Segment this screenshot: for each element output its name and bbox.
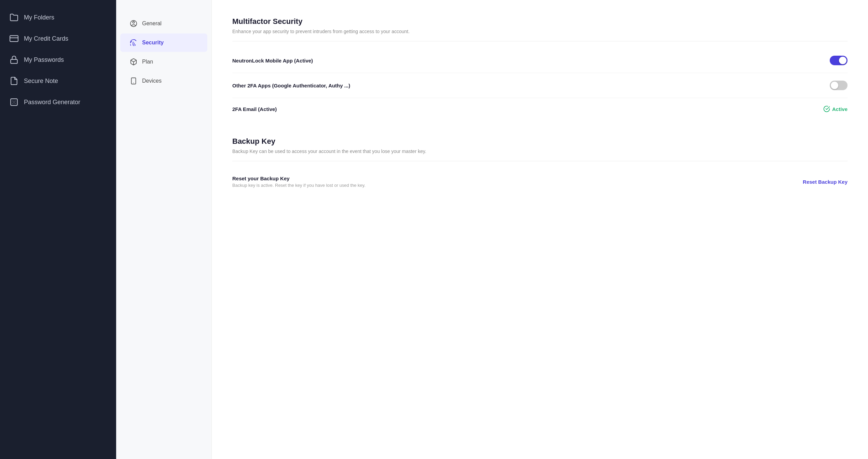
sub-sidebar-item-security-label: Security — [142, 40, 164, 46]
neutronlock-toggle[interactable] — [830, 56, 848, 65]
reset-backup-sublabel: Backup key is active. Reset the key if y… — [232, 183, 803, 188]
backup-key-title: Backup Key — [232, 137, 848, 146]
user-circle-icon — [130, 20, 137, 27]
box-icon — [130, 58, 137, 66]
sub-sidebar-item-plan[interactable]: Plan — [120, 53, 207, 71]
sidebar-item-my-passwords-label: My Passwords — [24, 56, 64, 64]
reset-backup-row: Reset your Backup Key Backup key is acti… — [232, 168, 848, 195]
backup-key-section: Backup Key Backup Key can be used to acc… — [232, 137, 848, 195]
multifactor-description: Enhance your app security to prevent int… — [232, 29, 848, 34]
sidebar-item-secure-note[interactable]: Secure Note — [0, 70, 116, 92]
svg-rect-7 — [132, 78, 136, 84]
reset-backup-label: Reset your Backup Key — [232, 176, 803, 181]
password-icon — [10, 55, 18, 64]
generator-icon — [10, 98, 18, 107]
sub-sidebar: General Security Plan — [116, 0, 212, 459]
folder-icon — [10, 13, 18, 22]
backup-key-description: Backup Key can be used to access your ac… — [232, 149, 848, 154]
mobile-icon — [130, 77, 137, 85]
sidebar-item-my-credit-cards[interactable]: My Credit Cards — [0, 28, 116, 49]
sub-sidebar-item-general[interactable]: General — [120, 14, 207, 33]
multifactor-divider — [232, 41, 848, 41]
sidebar-item-my-passwords[interactable]: My Passwords — [0, 49, 116, 70]
2fa-email-active-badge: Active — [823, 106, 848, 112]
neutronlock-label: NeutronLock Mobile App (Active) — [232, 58, 313, 64]
active-badge-text: Active — [832, 106, 848, 112]
sub-sidebar-item-devices[interactable]: Devices — [120, 72, 207, 90]
sidebar: My Folders My Credit Cards My Passwords … — [0, 0, 116, 459]
check-circle-icon — [823, 106, 830, 112]
multifactor-section: Multifactor Security Enhance your app se… — [232, 17, 848, 120]
sub-sidebar-item-security[interactable]: Security — [120, 33, 207, 52]
sub-sidebar-item-devices-label: Devices — [142, 78, 162, 84]
other2fa-toggle[interactable] — [830, 81, 848, 90]
svg-rect-0 — [10, 36, 18, 41]
multifactor-title: Multifactor Security — [232, 17, 848, 26]
sub-sidebar-item-plan-label: Plan — [142, 59, 153, 65]
2fa-email-label: 2FA Email (Active) — [232, 106, 277, 112]
backup-key-divider — [232, 161, 848, 161]
sidebar-item-my-credit-cards-label: My Credit Cards — [24, 35, 68, 42]
sidebar-item-my-folders[interactable]: My Folders — [0, 7, 116, 28]
note-icon — [10, 76, 18, 85]
svg-point-5 — [133, 22, 135, 24]
main-content: Multifactor Security Enhance your app se… — [212, 0, 868, 459]
sidebar-item-password-generator[interactable]: Password Generator — [0, 92, 116, 113]
sidebar-item-my-folders-label: My Folders — [24, 14, 54, 21]
reset-backup-key-button[interactable]: Reset Backup Key — [803, 179, 848, 185]
other2fa-label: Other 2FA Apps (Google Authenticator, Au… — [232, 83, 350, 88]
credit-card-icon — [10, 34, 18, 43]
svg-rect-2 — [11, 59, 17, 64]
neutronlock-thumb — [839, 57, 846, 64]
other2fa-row: Other 2FA Apps (Google Authenticator, Au… — [232, 73, 848, 98]
reset-backup-info: Reset your Backup Key Backup key is acti… — [232, 176, 803, 188]
sidebar-item-secure-note-label: Secure Note — [24, 78, 58, 85]
other2fa-thumb — [831, 82, 838, 89]
other2fa-track — [830, 81, 848, 90]
neutronlock-row: NeutronLock Mobile App (Active) — [232, 48, 848, 73]
neutronlock-track — [830, 56, 848, 65]
sub-sidebar-item-general-label: General — [142, 20, 162, 27]
sidebar-item-password-generator-label: Password Generator — [24, 99, 80, 106]
2fa-email-row: 2FA Email (Active) Active — [232, 98, 848, 120]
fingerprint-icon — [130, 39, 137, 46]
